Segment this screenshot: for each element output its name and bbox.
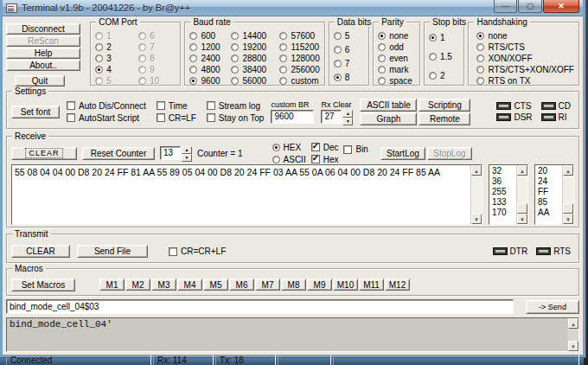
list-item[interactable]: 255	[492, 187, 516, 197]
stop-bits-option-1.5[interactable]: 1.5	[429, 51, 459, 62]
transmit-history[interactable]: bind_mode_cell_04' ▲ ▼	[6, 317, 579, 352]
parity-option-even[interactable]: even	[378, 53, 415, 64]
custom-br-input[interactable]	[271, 110, 314, 124]
spin-up-icon[interactable]: ▲	[342, 110, 353, 118]
baud-option-2400[interactable]: 2400	[189, 53, 227, 64]
scroll-down-icon[interactable]: ▼	[517, 214, 527, 224]
set-macros-button[interactable]: Set Macros	[11, 279, 75, 291]
handshaking-option-rtscts[interactable]: RTS/CTS	[476, 42, 574, 53]
baud-option-600[interactable]: 600	[189, 30, 227, 42]
spin-up-icon[interactable]: ▲	[182, 146, 192, 154]
spin-down-icon[interactable]: ▼	[182, 154, 192, 162]
handshaking-option-rtsontx[interactable]: RTS on TX	[476, 75, 574, 86]
macro-m2-button[interactable]: M2	[125, 279, 150, 291]
scroll-up-icon[interactable]: ▲	[471, 165, 482, 176]
dec-view-checkbox[interactable]: Dec	[311, 143, 339, 152]
macro-m8-button[interactable]: M8	[281, 279, 306, 291]
receive-count-spinner[interactable]: 13 ▲▼	[160, 146, 192, 160]
macro-m11-button[interactable]: M11	[359, 279, 384, 291]
remote-button[interactable]: Remote	[419, 112, 470, 125]
parity-option-space[interactable]: space	[378, 75, 415, 86]
spin-down-icon[interactable]: ▼	[342, 118, 353, 125]
rx-clear-spinner[interactable]: 27 ▲▼	[321, 110, 353, 124]
handshaking-option-xonxoff[interactable]: XON/XOFF	[476, 53, 574, 64]
title-bar[interactable]: Terminal v1.9b - 20041226 - by Br@y++ — …	[3, 0, 583, 16]
receive-clear-button[interactable]: CLEAR	[11, 147, 77, 160]
macro-m5-button[interactable]: M5	[203, 279, 228, 291]
baud-option-14400[interactable]: 14400	[231, 30, 276, 42]
data-bits-option-7[interactable]: 7	[334, 58, 364, 69]
history-scrollbar[interactable]: ▲ ▼	[567, 318, 578, 351]
receive-data-area[interactable]: 55 08 04 04 00 D8 20 24 FF 81 AA 55 89 0…	[11, 164, 483, 225]
list-item[interactable]: 36	[492, 176, 516, 187]
time-checkbox[interactable]: Time	[157, 101, 196, 111]
list-item[interactable]: AA	[538, 208, 562, 218]
macro-m12-button[interactable]: M12	[385, 279, 410, 291]
auto-disconnect-checkbox[interactable]: Auto Dis/Connect	[67, 101, 146, 111]
dec-value-list[interactable]: 32 36 255 133 170 ▲ ▼	[489, 164, 528, 225]
list-item[interactable]: 24	[538, 176, 562, 187]
baud-option-9600[interactable]: 9600	[189, 75, 227, 86]
list-item[interactable]: 32	[492, 166, 516, 176]
macro-m4-button[interactable]: M4	[177, 279, 202, 291]
baud-option-1200[interactable]: 1200	[189, 42, 227, 53]
com-port-option-3[interactable]: 3	[95, 53, 131, 64]
receive-scrollbar[interactable]: ▲ ▼	[470, 165, 482, 224]
scroll-up-icon[interactable]: ▲	[517, 165, 527, 176]
baud-option-28800[interactable]: 28800	[231, 53, 276, 64]
baud-option-256000[interactable]: 256000	[279, 64, 319, 75]
macro-m9-button[interactable]: M9	[307, 279, 332, 291]
quit-button[interactable]: Quit	[15, 75, 65, 86]
baud-option-57600[interactable]: 57600	[279, 30, 319, 42]
macro-m1-button[interactable]: M1	[99, 279, 125, 291]
crlf-checkbox[interactable]: CR=LF	[157, 113, 196, 123]
help-button[interactable]: Help	[6, 48, 80, 59]
macro-m10-button[interactable]: M10	[333, 279, 358, 291]
list-item[interactable]: 20	[538, 166, 562, 176]
scroll-up-icon[interactable]: ▲	[563, 165, 573, 176]
baud-option-56000[interactable]: 56000	[231, 75, 276, 86]
ascii-table-button[interactable]: ASCII table	[360, 99, 417, 112]
macro-m3-button[interactable]: M3	[151, 279, 176, 291]
list-item[interactable]: 170	[492, 208, 516, 218]
ascii-mode-radio[interactable]: ASCII	[272, 154, 306, 165]
send-button[interactable]: -> Send	[526, 300, 579, 314]
list-item[interactable]: 133	[492, 197, 516, 208]
scripting-button[interactable]: Scripting	[419, 99, 470, 112]
hex-list-scrollbar[interactable]: ▲ ▼	[562, 165, 573, 224]
stream-log-checkbox[interactable]: Stream log	[207, 101, 265, 111]
cr-crlf-checkbox[interactable]: CR=CR+LF	[169, 247, 226, 256]
baud-option-128000[interactable]: 128000	[279, 53, 319, 64]
stay-on-top-checkbox[interactable]: Stay on Top	[207, 113, 265, 123]
parity-option-none[interactable]: none	[378, 30, 415, 42]
baud-option-38400[interactable]: 38400	[231, 64, 276, 75]
stop-bits-option-2[interactable]: 2	[429, 70, 459, 81]
parity-option-odd[interactable]: odd	[378, 42, 415, 53]
macro-m6-button[interactable]: M6	[229, 279, 254, 291]
hex-mode-radio[interactable]: HEX	[272, 142, 306, 153]
scroll-up-icon[interactable]: ▲	[568, 318, 578, 329]
com-port-option-2[interactable]: 2	[95, 42, 131, 53]
com-port-option-4[interactable]: 4	[95, 64, 131, 75]
hex-view-checkbox[interactable]: Hex	[311, 155, 339, 164]
close-button[interactable]: ✕	[543, 0, 579, 13]
startlog-button[interactable]: StartLog	[380, 147, 425, 160]
scrollbar-thumb[interactable]	[517, 203, 527, 214]
maximize-button[interactable]: ▢	[518, 0, 542, 13]
macro-m7-button[interactable]: M7	[255, 279, 280, 291]
minimize-button[interactable]: —	[494, 0, 517, 13]
parity-option-mark[interactable]: mark	[378, 64, 415, 75]
transmit-clear-button[interactable]: CLEAR	[11, 245, 70, 258]
scroll-down-icon[interactable]: ▼	[568, 341, 578, 351]
data-bits-option-6[interactable]: 6	[334, 44, 364, 55]
disconnect-button[interactable]: Disconnect	[6, 23, 80, 35]
autostart-script-checkbox[interactable]: AutoStart Script	[67, 113, 146, 123]
handshaking-option-both[interactable]: RTS/CTS+XON/XOFF	[476, 64, 574, 75]
send-file-button[interactable]: Send File	[77, 245, 148, 258]
scroll-down-icon[interactable]: ▼	[471, 214, 482, 224]
baud-option-4800[interactable]: 4800	[189, 64, 227, 75]
transmit-input[interactable]	[6, 299, 514, 314]
dec-list-scrollbar[interactable]: ▲ ▼	[516, 165, 527, 224]
about-button[interactable]: About..	[6, 60, 80, 71]
baud-option-19200[interactable]: 19200	[231, 42, 276, 53]
